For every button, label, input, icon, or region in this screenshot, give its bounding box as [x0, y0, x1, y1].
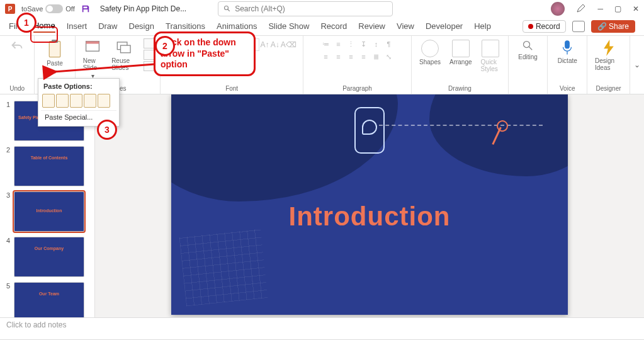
- group-drawing: Shapes Arrange Quick Styles Drawing: [412, 36, 509, 94]
- group-label-editing: [514, 84, 543, 94]
- pen-icon[interactable]: [576, 3, 586, 15]
- svg-rect-5: [86, 42, 99, 44]
- group-paragraph: ≔≡⋮↧↕¶ ≡≡≡≡≣⤡ Paragraph: [303, 36, 412, 94]
- paste-option-1[interactable]: [42, 94, 55, 108]
- tab-view[interactable]: View: [397, 21, 414, 32]
- group-label-drawing: Drawing: [417, 84, 503, 94]
- slide-title: Introduction: [171, 201, 568, 232]
- increase-font-icon[interactable]: A↑: [261, 40, 269, 49]
- collapse-ribbon-button[interactable]: ⌄: [630, 36, 644, 94]
- undo-button[interactable]: [8, 38, 26, 54]
- svg-line-1: [228, 9, 230, 11]
- paragraph-icons[interactable]: ≔≡⋮↧↕¶ ≡≡≡≡≣⤡: [320, 38, 395, 62]
- paste-option-5[interactable]: [98, 94, 110, 108]
- search-icon: [223, 5, 231, 13]
- tab-slideshow[interactable]: Slide Show: [268, 21, 309, 32]
- slide-canvas[interactable]: Introduction: [95, 94, 644, 317]
- share-button[interactable]: 🔗 Share: [591, 20, 635, 33]
- paste-options-header: Paste Options:: [41, 81, 116, 91]
- slide-thumb-4[interactable]: Our Company: [14, 237, 84, 277]
- clear-format-icon[interactable]: A⌫: [281, 40, 297, 49]
- decrease-font-icon[interactable]: A↓: [271, 40, 280, 49]
- tab-transitions[interactable]: Transitions: [166, 21, 205, 32]
- svg-rect-2: [49, 42, 60, 57]
- mic-icon: [561, 40, 573, 56]
- dictate-button[interactable]: Dictate: [555, 38, 580, 65]
- tab-insert[interactable]: Insert: [67, 21, 88, 32]
- lightning-icon: [602, 40, 616, 56]
- thumb-row[interactable]: 4Our Company: [0, 234, 94, 280]
- phone-icon: [354, 107, 385, 154]
- paste-option-3[interactable]: [70, 94, 82, 108]
- group-undo: Undo: [0, 36, 35, 94]
- app-icon: P: [5, 4, 15, 14]
- thumb-row[interactable]: 5Our Team: [0, 280, 94, 317]
- document-title[interactable]: Safety Pin App Pitch De...: [100, 4, 186, 13]
- ribbon-tabs: File Home Insert Draw Design Transitions…: [0, 18, 644, 36]
- slide-thumb-5[interactable]: Our Team: [14, 282, 84, 317]
- tab-animations[interactable]: Animations: [217, 21, 257, 32]
- annotation-callout: Click on the down arrow in "Paste" optio…: [154, 31, 256, 76]
- paste-special-item[interactable]: Paste Special...: [41, 110, 116, 123]
- thumb-row[interactable]: 3Introduction: [0, 189, 94, 234]
- svg-rect-10: [565, 40, 570, 48]
- arrange-button[interactable]: Arrange: [447, 38, 475, 67]
- tab-review[interactable]: Review: [358, 21, 385, 32]
- paste-option-icons: [41, 91, 116, 110]
- group-label-designer: Designer: [592, 84, 624, 94]
- paste-option-2[interactable]: [56, 94, 69, 108]
- search-box[interactable]: Search (Alt+Q): [218, 1, 393, 16]
- search-placeholder: Search (Alt+Q): [235, 4, 285, 13]
- thumb-row[interactable]: 2Table of Contents: [0, 144, 94, 189]
- paste-options-popup: Paste Options: Paste Special...: [38, 78, 120, 127]
- group-label-paragraph: Paragraph: [308, 84, 406, 94]
- notes-pane[interactable]: Click to add notes: [0, 317, 644, 339]
- group-label-undo: Undo: [5, 84, 29, 94]
- canvas-area: Introduction: [95, 94, 644, 317]
- tab-file[interactable]: File: [9, 21, 22, 32]
- quick-styles-button[interactable]: Quick Styles: [478, 38, 503, 74]
- slide-thumbnails: 1Safety Pin Pitch 2Table of Contents 3In…: [0, 94, 95, 317]
- group-editing: Editing: [509, 36, 548, 94]
- maximize-button[interactable]: ▢: [614, 4, 621, 13]
- tab-developer[interactable]: Developer: [426, 21, 463, 32]
- group-voice: Dictate Voice: [548, 36, 587, 94]
- user-avatar[interactable]: [551, 2, 565, 16]
- minimize-button[interactable]: ─: [597, 4, 603, 13]
- annotation-arrow: [50, 57, 157, 76]
- tab-help[interactable]: Help: [474, 21, 491, 32]
- decor-grid: [179, 229, 268, 307]
- slide-thumb-2[interactable]: Table of Contents: [14, 146, 84, 186]
- close-button[interactable]: ✕: [633, 4, 639, 13]
- tab-record[interactable]: Record: [320, 21, 347, 32]
- design-ideas-button[interactable]: Design Ideas: [592, 38, 624, 72]
- save-icon[interactable]: [81, 4, 90, 13]
- svg-rect-7: [120, 45, 130, 53]
- comments-icon[interactable]: [572, 21, 585, 32]
- svg-point-0: [225, 6, 229, 10]
- tab-design[interactable]: Design: [129, 21, 154, 32]
- decor-dash-line: [379, 125, 543, 126]
- title-bar: P toSave Off Safety Pin App Pitch De... …: [0, 0, 644, 18]
- annotation-home-highlight: [30, 26, 58, 43]
- editing-button[interactable]: Editing: [516, 38, 540, 62]
- paste-option-4[interactable]: [84, 94, 96, 108]
- group-designer: Design Ideas Designer: [587, 36, 630, 94]
- autosave-toggle[interactable]: toSave Off: [21, 4, 75, 13]
- autosave-state: Off: [65, 5, 74, 13]
- slide-thumb-3[interactable]: Introduction: [14, 191, 84, 232]
- group-label-font: Font: [166, 84, 298, 94]
- svg-line-9: [529, 47, 532, 50]
- window-controls: ─ ▢ ✕: [551, 2, 639, 16]
- svg-point-8: [523, 42, 529, 48]
- shapes-button[interactable]: Shapes: [417, 38, 443, 67]
- record-button[interactable]: Record: [523, 20, 566, 33]
- current-slide[interactable]: Introduction: [171, 94, 568, 315]
- group-label-voice: Voice: [553, 84, 582, 94]
- autosave-label: toSave: [21, 5, 43, 13]
- toggle-switch[interactable]: [45, 4, 63, 13]
- workspace: 1Safety Pin Pitch 2Table of Contents 3In…: [0, 94, 644, 317]
- tab-draw[interactable]: Draw: [98, 21, 117, 32]
- svg-line-11: [54, 64, 154, 72]
